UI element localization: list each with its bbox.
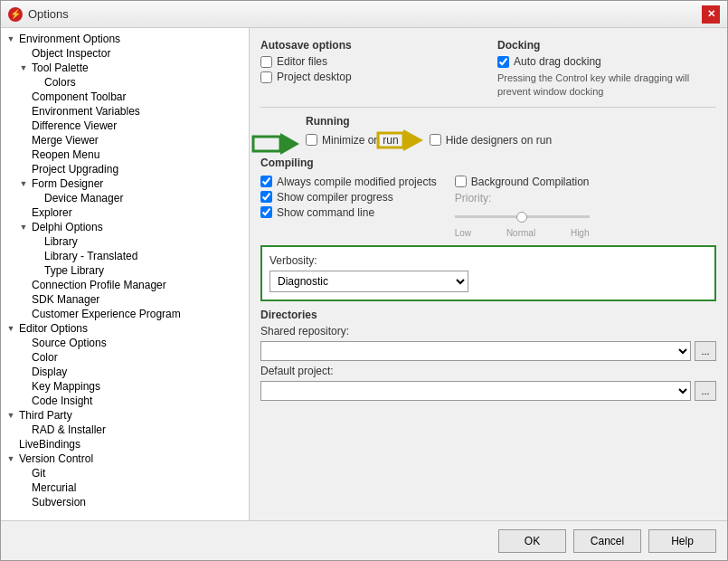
shared-repo-label: Shared repository: [260,325,716,338]
tree-item-delphi-options[interactable]: ▼ Delphi Options [1,220,249,234]
help-button[interactable]: Help [648,529,716,553]
editor-files-row: Editor files [260,55,479,68]
tree-item-git[interactable]: Git [1,466,249,480]
default-project-label: Default project: [260,365,716,377]
docking-note: Pressing the Control key while dragging … [497,71,716,100]
tree-item-component-toolbar[interactable]: Component Toolbar [1,90,249,104]
titlebar-left: ⚡ Options [8,7,69,22]
tree-item-env-variables[interactable]: Environment Variables [1,104,249,119]
show-cmdline-checkbox[interactable] [260,206,272,218]
tree-item-device-manager[interactable]: Device Manager [1,191,249,205]
tree-item-key-mappings[interactable]: Key Mappings [1,379,249,394]
minimize-checkbox[interactable] [306,134,317,146]
tree-label: Tool Palette [30,62,89,74]
expand-icon [17,337,30,349]
cancel-button[interactable]: Cancel [573,529,641,553]
expand-icon [30,250,43,262]
slider-thumb[interactable] [516,212,527,223]
running-title: Running [306,115,716,128]
tree-item-connection-profile[interactable]: Connection Profile Manager [1,278,249,292]
bg-compilation-label[interactable]: Background Compilation [471,176,590,188]
compiling-right: Background Compilation Priority: Low [455,173,590,238]
tree-item-mercurial[interactable]: Mercurial [1,480,249,495]
tree-item-livebindings[interactable]: LiveBindings [1,437,249,452]
tree-item-code-insight[interactable]: Code Insight [1,394,249,408]
show-cmdline-label[interactable]: Show command line [277,206,374,219]
expand-icon [17,467,30,480]
tree-item-env-options[interactable]: ▼ Environment Options [1,32,249,46]
expand-icon [17,105,30,118]
expand-icon [17,481,30,494]
always-compile-checkbox[interactable] [260,176,272,187]
show-progress-label[interactable]: Show compiler progress [277,191,393,204]
tree-label: SDK Manager [30,293,99,306]
always-compile-label[interactable]: Always compile modified projects [277,176,437,188]
tree-item-form-designer[interactable]: ▼ Form Designer [1,176,249,191]
tree-item-customer-exp[interactable]: Customer Experience Program [1,307,249,321]
expand-icon [17,134,30,147]
auto-drag-checkbox[interactable] [497,56,509,68]
project-desktop-label[interactable]: Project desktop [277,71,352,83]
slider-low: Low [455,228,471,238]
options-dialog: ⚡ Options ✕ ▼ Environment Options [0,0,728,561]
tree-item-library-translated[interactable]: Library - Translated [1,249,249,263]
expand-icon [17,496,30,509]
expand-icon [5,438,17,451]
tree-item-object-inspector[interactable]: Object Inspector [1,46,249,61]
editor-files-checkbox[interactable] [260,56,272,68]
tree-item-difference-viewer[interactable]: Difference Viewer [1,119,249,133]
tree-item-colors[interactable]: Colors [1,75,249,90]
verbosity-section: Verbosity: Diagnostic Verbose Normal Qui… [260,245,716,301]
expand-icon [17,47,30,60]
bg-compilation-checkbox[interactable] [455,176,467,187]
auto-drag-label[interactable]: Auto drag docking [514,55,601,68]
tree-item-rad-installer[interactable]: RAD & Installer [1,423,249,437]
shared-repo-browse-btn[interactable]: ... [695,341,716,361]
tree-item-version-control[interactable]: ▼ Version Control [1,452,249,466]
expand-icon [30,76,43,89]
tree-label: Git [30,467,45,480]
priority-section: Priority: Low Normal High [455,192,590,238]
hide-designers-label[interactable]: Hide designers on run [446,134,552,147]
tree-item-third-party[interactable]: ▼ Third Party [1,408,249,423]
tree-item-display[interactable]: Display [1,365,249,379]
tree-item-reopen-menu[interactable]: Reopen Menu [1,147,249,162]
tree-label: Type Library [43,264,104,277]
default-project-select[interactable] [260,381,691,401]
tree-label: LiveBindings [17,438,80,451]
project-desktop-checkbox[interactable] [260,71,272,83]
tree-item-color[interactable]: Color [1,350,249,365]
default-project-row: Default project: ... [260,365,716,401]
close-button[interactable]: ✕ [702,5,720,24]
tree-item-tool-palette[interactable]: ▼ Tool Palette [1,61,249,75]
expand-icon [17,395,30,407]
tree-item-project-upgrading[interactable]: Project Upgrading [1,162,249,176]
hide-designers-checkbox[interactable] [430,134,441,146]
expand-icon: ▼ [17,221,30,233]
slider-high: High [571,228,590,238]
tree-item-editor-options[interactable]: ▼ Editor Options [1,321,249,336]
tree-item-type-library[interactable]: Type Library [1,263,249,278]
expand-icon [17,308,30,320]
ok-button[interactable]: OK [498,529,566,553]
tree-label: Project Upgrading [30,163,118,176]
show-progress-checkbox[interactable] [260,191,272,203]
tree-item-subversion[interactable]: Subversion [1,495,249,509]
expand-icon: ▼ [5,322,17,335]
tree-label: Reopen Menu [30,148,99,161]
tree-label: Merge Viewer [30,134,99,147]
tree-item-merge-viewer[interactable]: Merge Viewer [1,133,249,147]
tree-item-sdk-manager[interactable]: SDK Manager [1,292,249,307]
tree-item-source-options[interactable]: Source Options [1,336,249,350]
shared-repo-select[interactable] [260,341,691,361]
tree-container[interactable]: ▼ Environment Options Object Inspector ▼… [1,28,249,520]
editor-files-label[interactable]: Editor files [277,55,327,68]
autosave-title: Autosave options [260,39,479,52]
tree-label: Explorer [30,206,72,219]
tree-item-explorer[interactable]: Explorer [1,205,249,220]
expand-icon [30,192,43,204]
tree-item-library[interactable]: Library [1,234,249,249]
verbosity-select[interactable]: Diagnostic Verbose Normal Quiet [269,271,468,292]
autosave-section: Autosave options Editor files Project de… [260,39,479,100]
default-project-browse-btn[interactable]: ... [695,381,716,401]
